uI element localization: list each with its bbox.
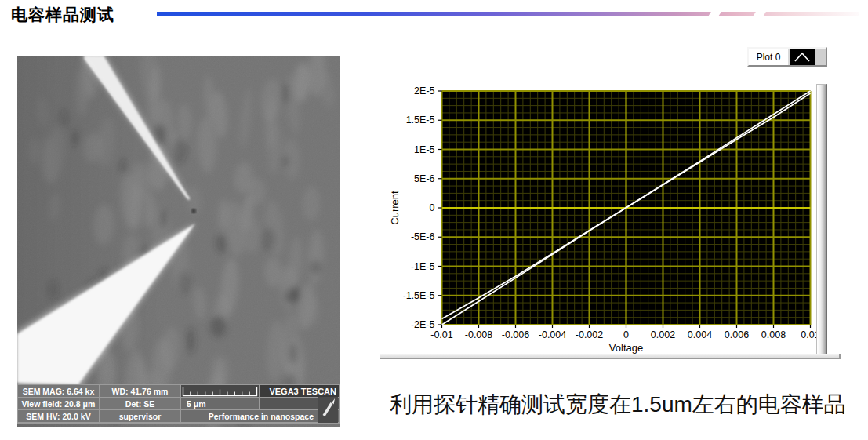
legend-frame-fill [815, 49, 826, 65]
sem-scale-label: 5 μm [181, 398, 259, 409]
svg-text:-2E-5: -2E-5 [411, 319, 435, 330]
sem-info-bar: SEM MAG: 6.64 kx WD: 41.76 mm VEGA3 TESC… [17, 384, 340, 424]
sem-mag-value: SEM MAG: 6.64 kx [18, 385, 99, 397]
svg-text:1E-5: 1E-5 [414, 144, 434, 155]
sem-hv-value: SEM HV: 20.0 kV [18, 410, 99, 422]
svg-text:-5E-6: -5E-6 [411, 231, 435, 242]
svg-text:5E-6: 5E-6 [414, 173, 434, 184]
graph-vertical-scrollbar[interactable] [816, 84, 827, 355]
sem-operator-value: supervisor [100, 410, 180, 422]
page-title: 电容样品测试 [11, 4, 114, 26]
svg-text:-1E-5: -1E-5 [411, 261, 435, 272]
svg-text:0.006: 0.006 [725, 329, 749, 340]
svg-text:0: 0 [430, 202, 435, 213]
plot-line-style-icon [790, 49, 815, 65]
plot-legend-button[interactable]: Plot 0 [747, 47, 827, 67]
svg-text:-0.002: -0.002 [576, 329, 603, 340]
sem-wd-value: WD: 41.76 mm [100, 385, 180, 397]
sem-brand: VEGA3 TESCAN [260, 385, 339, 397]
svg-text:2E-5: 2E-5 [414, 85, 434, 96]
svg-text:Voltage: Voltage [609, 342, 643, 354]
svg-text:-1.5E-5: -1.5E-5 [403, 290, 435, 301]
svg-text:Current: Current [389, 191, 401, 225]
sem-scale-ruler [181, 385, 259, 397]
scale-ruler-icon [181, 385, 259, 397]
sem-viewfield-value: View field: 20.8 μm [18, 398, 99, 409]
svg-text:1.5E-5: 1.5E-5 [406, 115, 435, 125]
sem-detector-value: Det: SE [100, 398, 180, 409]
graph-panel-bottom-edge [380, 354, 841, 359]
svg-text:0: 0 [623, 329, 629, 340]
svg-text:-0.006: -0.006 [502, 329, 529, 340]
svg-text:-0.01: -0.01 [430, 329, 453, 340]
svg-text:-0.004: -0.004 [539, 329, 566, 340]
svg-text:0.002: 0.002 [651, 329, 675, 340]
svg-text:0.004: 0.004 [688, 329, 712, 340]
svg-text:0.008: 0.008 [761, 329, 786, 340]
svg-text:-0.008: -0.008 [465, 329, 492, 340]
plot-legend-label: Plot 0 [749, 49, 788, 65]
sem-micrograph: SEM MAG: 6.64 kx WD: 41.76 mm VEGA3 TESC… [17, 56, 340, 427]
pencil-probe-icon [318, 397, 338, 423]
sem-tagline: Performance in nanospace [181, 410, 339, 422]
slide-caption: 利用探针精确测试宽度在1.5um左右的电容样品 [390, 390, 868, 420]
iv-curve-graph: -0.01-0.008-0.006-0.004-0.00200.0020.004… [379, 77, 838, 362]
tescan-logo [318, 397, 338, 423]
sem-micrograph-image [17, 56, 340, 427]
